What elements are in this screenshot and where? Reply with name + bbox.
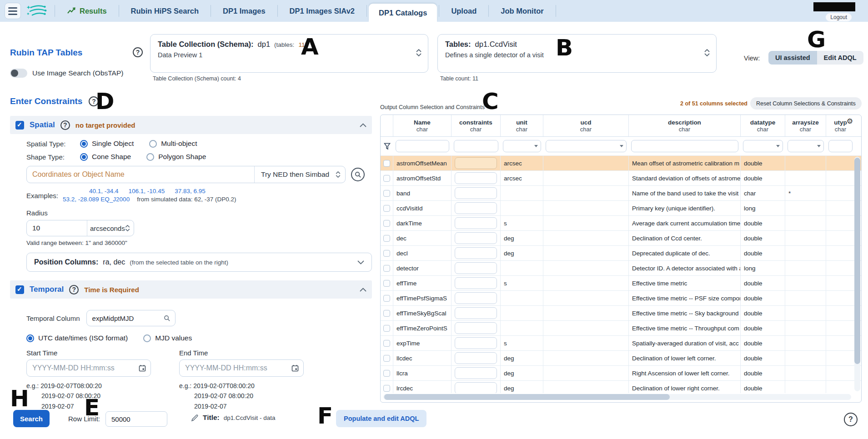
table-settings-gear-icon[interactable]: ⚙ bbox=[847, 117, 853, 125]
filter-input-utyp[interactable] bbox=[828, 140, 853, 152]
table-row[interactable]: effTimesEffective time metricdouble bbox=[381, 276, 861, 291]
horizontal-scrollbar[interactable] bbox=[383, 394, 851, 400]
temporal-help-icon[interactable]: ? bbox=[69, 285, 79, 294]
table-row[interactable]: effTimePsfSigmaSEffective time metric --… bbox=[381, 291, 861, 306]
row-checkbox[interactable] bbox=[383, 310, 390, 317]
row-limit-input[interactable] bbox=[105, 411, 167, 427]
tap-tables-help-icon[interactable]: ? bbox=[133, 47, 143, 57]
row-checkbox[interactable] bbox=[383, 340, 390, 347]
hamburger-menu-icon[interactable] bbox=[5, 3, 21, 19]
row-checkbox[interactable] bbox=[383, 190, 390, 197]
radius-unit-select[interactable]: arcseconds bbox=[87, 220, 134, 236]
row-checkbox[interactable] bbox=[383, 280, 390, 287]
table-row[interactable]: astromOffsetMeanarcsecMean offset of ast… bbox=[381, 156, 861, 171]
schema-select[interactable]: Table Collection (Schema): dp1 (tables: … bbox=[150, 34, 428, 73]
logout-button[interactable]: Logout bbox=[826, 13, 852, 21]
radius-input[interactable]: 10 bbox=[27, 220, 87, 236]
constraint-input[interactable] bbox=[455, 262, 497, 274]
filter-funnel-icon[interactable] bbox=[384, 143, 391, 150]
view-option-ui-assisted[interactable]: UI assisted bbox=[768, 51, 817, 65]
tab-results[interactable]: Results bbox=[57, 0, 117, 22]
constraint-input[interactable] bbox=[455, 217, 497, 229]
row-checkbox[interactable] bbox=[383, 175, 390, 182]
constraint-input[interactable] bbox=[455, 307, 497, 319]
constraint-input[interactable] bbox=[455, 322, 497, 334]
spatial-type-single-object[interactable]: Single Object bbox=[80, 140, 134, 148]
page-help-icon[interactable]: ? bbox=[844, 413, 858, 426]
row-checkbox[interactable] bbox=[383, 205, 390, 212]
filter-select-datatype[interactable] bbox=[743, 140, 783, 152]
column-header-constraints[interactable]: constraintschar bbox=[452, 115, 501, 136]
table-row[interactable]: llcradegRight Ascension of lower left co… bbox=[381, 366, 861, 381]
constraint-input[interactable] bbox=[455, 277, 497, 289]
search-button[interactable]: Search bbox=[13, 410, 50, 427]
position-columns-select[interactable]: Position Columns: ra, dec (from the sele… bbox=[26, 253, 372, 272]
column-header-ucd[interactable]: ucdchar bbox=[543, 115, 629, 136]
column-header-name[interactable]: Namechar bbox=[393, 115, 452, 136]
spatial-section-header[interactable]: Spatial ? no target provided bbox=[10, 116, 372, 134]
tab-dp1-catalogs[interactable]: DP1 Catalogs bbox=[369, 4, 437, 22]
table-row[interactable]: darkTimesAverage dark current accumulati… bbox=[381, 216, 861, 231]
table-row[interactable]: detectorDetector ID. A detector associat… bbox=[381, 261, 861, 276]
time-format-mjd-values[interactable]: MJD values bbox=[143, 334, 192, 342]
collapse-chevron-icon[interactable] bbox=[360, 285, 366, 294]
tab-rubin-hips-search[interactable]: Rubin HiPS Search bbox=[121, 0, 209, 22]
horizontal-scrollbar-thumb[interactable] bbox=[384, 394, 670, 400]
resolver-select[interactable]: Try NED then Simbad bbox=[254, 166, 345, 183]
row-checkbox[interactable] bbox=[383, 160, 390, 167]
row-checkbox[interactable] bbox=[383, 325, 390, 332]
table-row[interactable]: decldegDeprecated duplicate of dec.doubl… bbox=[381, 246, 861, 261]
table-row[interactable]: ccdVisitIdPrimary key (unique identifier… bbox=[381, 201, 861, 216]
tab-upload[interactable]: Upload bbox=[441, 0, 487, 22]
table-row[interactable]: effTimeZeroPointSEffective time metric -… bbox=[381, 321, 861, 336]
filter-input-description[interactable] bbox=[631, 140, 738, 152]
row-checkbox[interactable] bbox=[383, 220, 390, 227]
constraint-input[interactable] bbox=[455, 352, 497, 364]
resolve-search-icon[interactable] bbox=[351, 168, 365, 181]
vertical-scrollbar[interactable] bbox=[854, 157, 860, 391]
table-row[interactable]: decdegDeclination of Ccd center.double bbox=[381, 231, 861, 246]
constraint-input[interactable] bbox=[455, 232, 497, 244]
constraint-input[interactable] bbox=[455, 337, 497, 349]
shape-type-cone-shape[interactable]: Cone Shape bbox=[80, 153, 131, 161]
time-format-utc-date-times-iso-format-[interactable]: UTC date/times (ISO format) bbox=[26, 334, 128, 342]
row-checkbox[interactable] bbox=[383, 355, 390, 362]
constraint-input[interactable] bbox=[455, 187, 497, 199]
table-row[interactable]: llcdecdegDeclination of lower left corne… bbox=[381, 351, 861, 366]
end-time-input[interactable]: YYYY-MM-DD HH:mm:ss bbox=[179, 359, 304, 377]
row-checkbox[interactable] bbox=[383, 385, 390, 392]
constraint-input[interactable] bbox=[455, 292, 497, 304]
populate-adql-button[interactable]: Populate and edit ADQL bbox=[336, 410, 426, 427]
row-checkbox[interactable] bbox=[383, 250, 390, 257]
table-row[interactable]: bandName of the band used to take the vi… bbox=[381, 186, 861, 201]
row-checkbox[interactable] bbox=[383, 370, 390, 377]
example-link[interactable]: 106.1, -10.45 bbox=[129, 188, 165, 195]
spatial-type-multi-object[interactable]: Multi-object bbox=[149, 140, 197, 148]
row-checkbox[interactable] bbox=[383, 295, 390, 302]
constraint-input[interactable] bbox=[455, 202, 497, 214]
constraint-input[interactable] bbox=[455, 382, 497, 393]
temporal-section-header[interactable]: Temporal ? Time is Required bbox=[10, 280, 372, 299]
reset-columns-button[interactable]: Reset Column Selections & Constraints bbox=[750, 97, 862, 110]
table-row[interactable]: lrcdecdegDeclination of lower right corn… bbox=[381, 381, 861, 393]
table-select[interactable]: Tables: dp1.CcdVisit Defines a single de… bbox=[437, 34, 717, 73]
filter-select-unit[interactable] bbox=[503, 140, 541, 152]
filter-select-ucd[interactable] bbox=[546, 140, 627, 152]
table-row[interactable]: effTimeSkyBgScalEffective time metric --… bbox=[381, 306, 861, 321]
temporal-column-input[interactable]: expMidptMJD bbox=[86, 310, 176, 326]
start-time-input[interactable]: YYYY-MM-DD HH:mm:ss bbox=[26, 359, 151, 377]
example-link[interactable]: 40.1, -34.4 bbox=[89, 188, 119, 195]
constraint-input[interactable] bbox=[455, 172, 497, 184]
collapse-chevron-icon[interactable] bbox=[360, 121, 366, 129]
column-header-datatype[interactable]: datatypechar bbox=[741, 115, 785, 136]
obstap-toggle[interactable] bbox=[10, 69, 27, 78]
constraint-input[interactable] bbox=[455, 367, 497, 379]
row-checkbox[interactable] bbox=[383, 235, 390, 242]
temporal-checkbox[interactable] bbox=[15, 285, 24, 294]
table-row[interactable]: expTimesSpatially-averaged duration of v… bbox=[381, 336, 861, 351]
column-header-description[interactable]: descriptionchar bbox=[629, 115, 741, 136]
tab-dp1-images-siav2[interactable]: DP1 Images SIAv2 bbox=[280, 0, 365, 22]
tab-job-monitor[interactable]: Job Monitor bbox=[491, 0, 553, 22]
table-row[interactable]: astromOffsetStdarcsecStandard deviation … bbox=[381, 171, 861, 186]
shape-type-polygon-shape[interactable]: Polygon Shape bbox=[146, 153, 206, 161]
